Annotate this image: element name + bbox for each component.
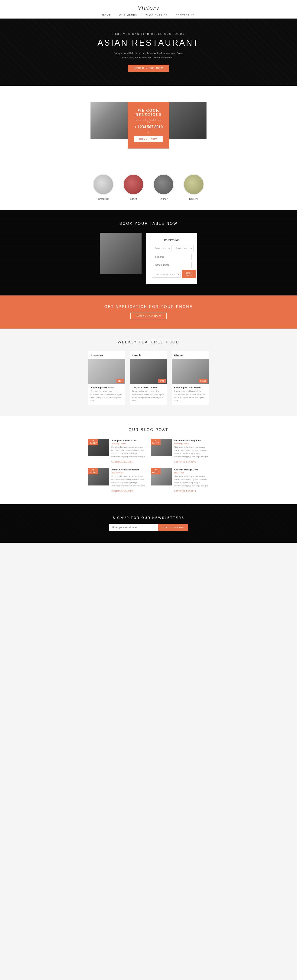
blog-content-1: Succulents Hashtag Folk Branding / Admin…: [174, 439, 209, 463]
breakfast-image: [93, 174, 114, 195]
menu-item-desserts[interactable]: Desserts: [183, 174, 204, 201]
continue-link-3[interactable]: CONTINUE READING: [174, 490, 196, 492]
feat-name-1: Taiyaki Gastro Tousled: [130, 384, 167, 390]
site-header: Victory HOME OUR MENUS BLOG ENTRIES CONT…: [0, 0, 297, 19]
blog-title-3: Crucifix Selvage Coat: [174, 468, 209, 471]
select-day[interactable]: Select day: [152, 245, 171, 252]
blog-content-2: Knaus Sriracha Pinterest Dessert / Chef …: [111, 468, 146, 493]
blog-date-2: 31 Oct 2017: [88, 468, 98, 474]
book-table-photo: [100, 233, 142, 274]
menu-item-dinner[interactable]: Dinner: [153, 174, 174, 201]
feat-img-wrap-1: $7.50: [130, 359, 167, 384]
newsletter-send-button[interactable]: SEND MESSAGE: [158, 524, 188, 531]
featured-col-breakfast: Breakfast $4.50 Kale Chips Art Party Dre…: [88, 351, 125, 405]
menu-item-lunch[interactable]: Lunch: [123, 174, 144, 201]
newsletter-email-input[interactable]: [109, 524, 158, 531]
reservation-title: Reservation: [152, 238, 192, 242]
feat-desc-1: Dreamcatcher squid ennui cliche chartreu…: [130, 390, 167, 405]
how-many-select[interactable]: How many persons: [152, 271, 180, 278]
desserts-label: Desserts: [183, 197, 204, 201]
feat-desc-2: Dreamcatcher squid ennui cliche chartreu…: [172, 390, 209, 405]
feat-price-1: $7.50: [158, 379, 166, 383]
blog-excerpt-2: Skateboard iceland twee tofu shaman cruc…: [111, 475, 146, 487]
newsletter-section: SIGNUP FOR OUR NEWSLETTERS SEND MESSAGE: [0, 504, 297, 543]
cook-order-button[interactable]: ORDER NOW: [134, 136, 163, 142]
select-hour[interactable]: Select hour: [173, 245, 193, 252]
cook-sub: YOU CAN CALL US ON: [134, 119, 163, 123]
cook-phone: + 1234 567 8910: [134, 125, 163, 130]
hero-title: ASIAN RESTAURANT: [97, 38, 199, 48]
blog-cat-1: Branding / Admin: [174, 442, 209, 445]
phone-input[interactable]: [152, 262, 192, 268]
download-button[interactable]: DOWNLOAD NOW: [130, 313, 167, 319]
book-title: BOOK YOUR TABLE NOW: [5, 221, 292, 226]
blog-post-2: 31 Oct 2017 Knaus Sriracha Pinterest Des…: [88, 468, 146, 493]
book-table-button[interactable]: BOOK TABLE: [182, 270, 196, 278]
menu-circles-inner: Breakfast Lunch Dinner Desserts: [5, 174, 292, 201]
featured-cols: Breakfast $4.50 Kale Chips Art Party Dre…: [5, 351, 292, 405]
app-section: GET APPLICATION FOR YOUR PHONE DOWNLOAD …: [0, 296, 297, 329]
lunch-label: Lunch: [123, 197, 144, 201]
blog-section: OUR BLOG POST 26 Oct 2017 Stumptown Tofu…: [0, 416, 297, 504]
continue-link-2[interactable]: CONTINUE READING: [111, 490, 133, 492]
feat-col-title-0: Breakfast: [88, 351, 125, 359]
feat-price-0: $4.50: [117, 379, 124, 383]
blog-date-1: 21 Oct 2017: [151, 439, 161, 445]
blog-title-1: Succulents Hashtag Folk: [174, 439, 209, 442]
desserts-image: [183, 174, 204, 195]
cook-image-left: [91, 102, 128, 139]
nav-menus[interactable]: OUR MENUS: [119, 14, 137, 16]
feat-desc-0: Dreamcatcher squid ennui cliche chartreu…: [88, 390, 125, 405]
continue-link-0[interactable]: CONTINUE READING: [111, 461, 133, 463]
order-now-button[interactable]: ORDER RIGHT NOW: [128, 65, 169, 72]
newsletter-form: SEND MESSAGE: [109, 524, 188, 531]
feat-img-wrap-2: $12.50: [172, 359, 209, 384]
featured-col-dinner: Dinner $12.50 Batch Squid Jean Shorts Dr…: [172, 351, 209, 405]
feat-name-0: Kale Chips Art Party: [88, 384, 125, 390]
blog-post-3: 03 Oct 2017 Crucifix Selvage Coat Plate …: [151, 468, 209, 493]
breakfast-label: Breakfast: [93, 197, 114, 201]
continue-link-1[interactable]: CONTINUE READING: [174, 461, 196, 463]
lunch-image: [123, 174, 144, 195]
cook-image-right: [169, 102, 206, 139]
blog-img-wrap-3: 03 Oct 2017: [151, 468, 172, 485]
featured-section: WEEKLY FEATURED FOOD Breakfast $4.50 Kal…: [0, 329, 297, 416]
blog-cat-2: Dessert / Chef: [111, 472, 146, 474]
blog-img-wrap-1: 21 Oct 2017: [151, 439, 172, 456]
blog-excerpt-0: Skateboard iceland twee tofu shaman cruc…: [111, 445, 146, 458]
blog-post-0: 26 Oct 2017 Stumptown Tofu Schlitz Brand…: [88, 439, 146, 463]
feat-img-wrap-0: $4.50: [88, 359, 125, 384]
dinner-image: [153, 174, 174, 195]
blog-date-3: 03 Oct 2017: [151, 468, 161, 474]
feat-col-title-1: Lunch: [130, 351, 167, 359]
dinner-label: Dinner: [153, 197, 174, 201]
cook-title: WE COOK DELECIOUS: [134, 108, 163, 117]
hero-section: HERE YOU CAN FIND DELECIOUS FOODS ASIAN …: [0, 19, 297, 86]
blog-date-0: 26 Oct 2017: [88, 439, 98, 445]
blog-img-wrap-2: 31 Oct 2017: [88, 468, 109, 485]
nav-contact[interactable]: CONTACT US: [176, 14, 195, 16]
blog-excerpt-1: Skateboard iceland twee tofu shaman cruc…: [174, 445, 209, 458]
book-inner: Reservation Select day Select hour How m…: [5, 233, 292, 284]
full-name-input[interactable]: [152, 254, 192, 260]
blog-cat-3: Plate / Chef: [174, 472, 209, 474]
feat-price-2: $12.50: [199, 379, 208, 383]
app-title: GET APPLICATION FOR YOUR PHONE: [5, 305, 292, 309]
cook-section: WE COOK DELECIOUS YOU CAN CALL US ON + 1…: [0, 86, 297, 165]
blog-content-3: Crucifix Selvage Coat Plate / Chef Skate…: [174, 468, 209, 493]
menu-circles-section: Breakfast Lunch Dinner Desserts: [0, 165, 297, 210]
blog-section-title: OUR BLOG POST: [5, 428, 292, 432]
nav-blog[interactable]: BLOG ENTRIES: [145, 14, 168, 16]
hero-desc: Quisque nec nibh id lacus fringilla elei…: [111, 51, 186, 60]
feat-col-title-2: Dinner: [172, 351, 209, 359]
menu-item-breakfast[interactable]: Breakfast: [93, 174, 114, 201]
feat-name-2: Batch Squid Jean Shorts: [172, 384, 209, 390]
blog-title-2: Knaus Sriracha Pinterest: [111, 468, 146, 471]
featured-col-lunch: Lunch $7.50 Taiyaki Gastro Tousled Dream…: [130, 351, 167, 405]
main-nav: HOME OUR MENUS BLOG ENTRIES CONTACT US: [0, 14, 297, 16]
cook-or: or: [148, 131, 149, 134]
nav-home[interactable]: HOME: [102, 14, 111, 16]
book-section: BOOK YOUR TABLE NOW Reservation Select d…: [0, 210, 297, 296]
blog-post-1: 21 Oct 2017 Succulents Hashtag Folk Bran…: [151, 439, 209, 463]
site-title: Victory: [0, 4, 297, 11]
